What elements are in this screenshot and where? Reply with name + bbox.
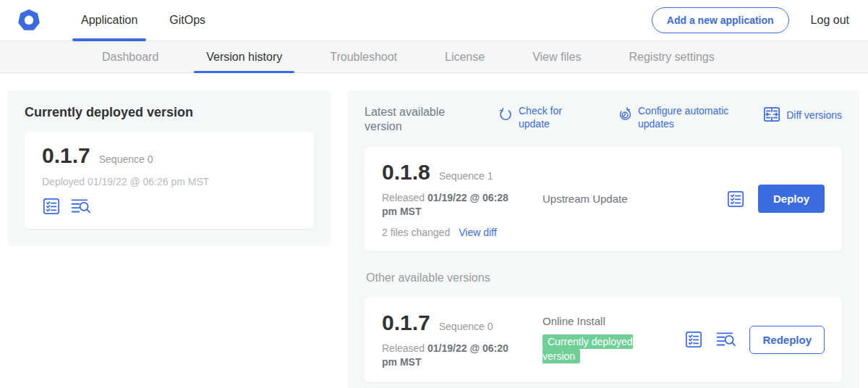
latest-version-number: 0.1.8	[382, 160, 430, 185]
subnav-tab-dashboard-label: Dashboard	[102, 51, 158, 64]
subnav-tab-version-history-label: Version history	[206, 51, 282, 64]
clock-refresh-icon	[617, 105, 633, 127]
tab-gitops-label: GitOps	[169, 14, 205, 27]
other-version-card: 0.1.7 Sequence 0 Released 01/19/22 @ 06:…	[365, 298, 842, 382]
view-diff-link[interactable]: View diff	[459, 227, 496, 238]
deployed-sequence-label: Sequence 0	[99, 153, 153, 165]
deployed-actions-row	[42, 197, 297, 216]
latest-card-actions: Deploy	[726, 185, 825, 213]
latest-released-line: Released 01/19/22 @ 06:28 pm MST	[382, 191, 521, 219]
deployed-version-card: 0.1.7 Sequence 0 Deployed 01/19/22 @ 06:…	[25, 132, 314, 229]
app-logo-icon[interactable]	[17, 9, 41, 32]
check-for-update-button[interactable]: Check for update	[498, 105, 572, 130]
other-versions-title: Other available versions	[366, 271, 842, 284]
latest-header-row: Latest available version Check for updat…	[365, 105, 842, 134]
deployed-version-number: 0.1.7	[42, 143, 90, 168]
other-card-actions: Redeploy	[684, 326, 825, 354]
preflight-checklist-icon[interactable]	[726, 190, 745, 208]
latest-version-row: 0.1.8 Sequence 1	[382, 160, 538, 185]
other-version-source: Online Install	[542, 315, 652, 327]
currently-deployed-badge: Currently deployed version	[542, 334, 633, 363]
latest-version-card: 0.1.8 Sequence 1 Released 01/19/22 @ 06:…	[365, 147, 842, 251]
other-version-info: 0.1.7 Sequence 0 Released 01/19/22 @ 06:…	[382, 311, 538, 369]
latest-sequence-label: Sequence 1	[439, 170, 493, 182]
view-logs-icon[interactable]	[71, 198, 91, 215]
subnav-tab-license-label: License	[445, 51, 485, 64]
subnav-tab-registry-settings[interactable]: Registry settings	[605, 41, 738, 72]
deploy-button[interactable]: Deploy	[758, 185, 825, 213]
tab-application-label: Application	[81, 14, 137, 27]
top-header: Application GitOps Add a new application…	[0, 0, 868, 41]
view-logs-icon[interactable]	[716, 331, 736, 348]
subnav-tab-registry-settings-label: Registry settings	[629, 51, 714, 64]
preflight-checklist-icon[interactable]	[42, 197, 61, 216]
refresh-icon	[498, 105, 514, 127]
tab-application[interactable]: Application	[65, 0, 153, 41]
subnav-tab-license[interactable]: License	[421, 41, 509, 72]
diff-versions-button[interactable]: Diff versions	[762, 105, 842, 127]
check-for-update-label: Check for update	[519, 105, 572, 130]
subnav-tab-view-files[interactable]: View files	[509, 41, 605, 72]
subnav-tab-version-history[interactable]: Version history	[182, 41, 306, 72]
latest-available-title: Latest available version	[365, 105, 466, 134]
released-prefix: Released	[382, 192, 425, 203]
preflight-checklist-icon[interactable]	[684, 330, 703, 349]
other-version-source-col: Online Install Currently deployed versio…	[542, 311, 652, 369]
deployed-version-row: 0.1.7 Sequence 0	[42, 143, 297, 168]
configure-automatic-updates-button[interactable]: Configure automatic updates	[617, 105, 755, 130]
main-content: Currently deployed version 0.1.7 Sequenc…	[0, 73, 868, 388]
currently-deployed-panel: Currently deployed version 0.1.7 Sequenc…	[7, 90, 331, 246]
app-subnav: Dashboard Version history Troubleshoot L…	[0, 41, 868, 73]
page: Application GitOps Add a new application…	[0, 0, 868, 388]
currently-deployed-title: Currently deployed version	[25, 105, 314, 120]
released-prefix: Released	[382, 342, 425, 354]
redeploy-button[interactable]: Redeploy	[749, 326, 825, 354]
subnav-tab-view-files-label: View files	[532, 51, 581, 64]
subnav-tab-troubleshoot[interactable]: Troubleshoot	[306, 41, 421, 72]
latest-available-panel: Latest available version Check for updat…	[347, 90, 859, 388]
deployed-badge-wrap: Currently deployed version	[542, 334, 652, 363]
subnav-tab-dashboard[interactable]: Dashboard	[78, 41, 182, 72]
diff-versions-label: Diff versions	[786, 109, 842, 122]
configure-automatic-updates-label: Configure automatic updates	[638, 105, 755, 130]
other-version-number: 0.1.7	[382, 311, 430, 335]
logout-link[interactable]: Log out	[811, 14, 849, 27]
latest-version-info: 0.1.8 Sequence 1 Released 01/19/22 @ 06:…	[382, 160, 538, 238]
files-changed-label: 2 files changed	[382, 227, 450, 238]
tab-gitops[interactable]: GitOps	[153, 0, 221, 41]
subnav-tab-troubleshoot-label: Troubleshoot	[330, 51, 397, 64]
other-released-line: Released 01/19/22 @ 06:20 pm MST	[382, 342, 521, 369]
latest-version-source: Upstream Update	[542, 193, 628, 205]
add-application-button[interactable]: Add a new application	[652, 7, 789, 33]
files-changed-row: 2 files changed View diff	[382, 227, 538, 238]
other-version-row: 0.1.7 Sequence 0	[382, 311, 538, 335]
deployed-timestamp: Deployed 01/19/22 @ 06:26 pm MST	[42, 176, 297, 187]
other-sequence-label: Sequence 0	[439, 321, 493, 332]
diff-table-icon	[762, 105, 781, 127]
